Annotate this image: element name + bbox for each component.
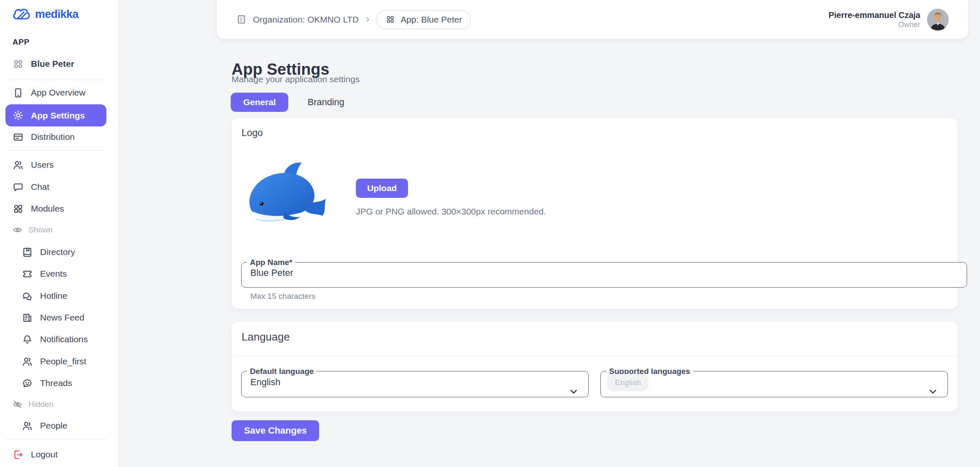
default-language-label: Default language bbox=[247, 367, 317, 375]
chevron-down-icon bbox=[927, 386, 938, 397]
sidebar-item-label: Events bbox=[40, 269, 67, 279]
default-language-select[interactable]: Default language English bbox=[241, 367, 589, 397]
divider bbox=[5, 439, 106, 439]
chevron-right-icon: › bbox=[366, 13, 369, 25]
chevron-down-icon bbox=[568, 386, 579, 397]
tab-bar: General Branding bbox=[231, 93, 344, 112]
app-name-field: App Name* bbox=[241, 258, 967, 288]
users-icon bbox=[13, 159, 24, 171]
grid-circles-icon bbox=[13, 58, 24, 70]
app-logo-image bbox=[243, 158, 330, 230]
breadcrumb-organization[interactable]: Organization: OKMNO LTD bbox=[236, 14, 359, 25]
breadcrumb: Organization: OKMNO LTD › App: Blue Pete… bbox=[236, 10, 471, 29]
sidebar-section-label: Shown bbox=[28, 225, 53, 235]
app-name-input[interactable] bbox=[242, 266, 967, 284]
user-role: Owner bbox=[829, 20, 920, 29]
default-language-value: English bbox=[242, 375, 588, 388]
sidebar-section-hidden: Hidden bbox=[0, 396, 119, 413]
logout-icon bbox=[13, 449, 24, 460]
directory-book-icon bbox=[22, 247, 33, 258]
sidebar-item-app-overview[interactable]: App Overview bbox=[0, 82, 119, 103]
breadcrumb-app-label: App: Blue Peter bbox=[401, 15, 462, 25]
sidebar-item-events[interactable]: Events bbox=[0, 263, 119, 285]
user-name: Pierre-emmanuel Czaja bbox=[829, 10, 920, 20]
sidebar-item-threads[interactable]: Threads bbox=[0, 372, 119, 394]
sidebar-item-label: Hotline bbox=[40, 291, 67, 301]
sidebar-item-label: Modules bbox=[31, 204, 64, 214]
sidebar-item-label: Threads bbox=[40, 378, 72, 388]
app-name-label: App Name* bbox=[247, 258, 295, 266]
user-info: Pierre-emmanuel Czaja Owner bbox=[829, 10, 920, 29]
sidebar-item-label: Users bbox=[31, 160, 54, 170]
logout-button[interactable]: Logout bbox=[0, 444, 119, 465]
avatar[interactable] bbox=[927, 9, 949, 30]
sidebar-item-label: App Settings bbox=[31, 111, 85, 121]
eye-icon bbox=[13, 225, 23, 235]
sidebar-section-app: APP bbox=[13, 38, 30, 47]
sidebar-item-users[interactable]: Users bbox=[0, 154, 119, 176]
sidebar: medikka APP Blue Peter App Overview App … bbox=[0, 0, 119, 467]
modules-grid-icon bbox=[13, 203, 24, 215]
eye-off-icon bbox=[13, 399, 23, 409]
tab-branding[interactable]: Branding bbox=[307, 97, 344, 108]
divider bbox=[5, 150, 106, 151]
sidebar-item-label: People_first bbox=[40, 356, 86, 366]
sidebar-item-label: Distribution bbox=[31, 132, 75, 142]
user-menu: Pierre-emmanuel Czaja Owner bbox=[829, 9, 949, 30]
sidebar-item-people-first[interactable]: People_first bbox=[0, 351, 119, 372]
sidebar-section-shown: Shown bbox=[0, 222, 119, 238]
sidebar-item-modules[interactable]: Modules bbox=[0, 198, 119, 220]
sidebar-item-distribution[interactable]: Distribution bbox=[0, 126, 119, 148]
double-bubble-icon bbox=[22, 290, 33, 302]
sidebar-item-blue-peter[interactable]: Blue Peter bbox=[0, 53, 119, 75]
people-icon bbox=[22, 356, 33, 367]
sidebar-item-people[interactable]: People bbox=[0, 415, 119, 437]
breadcrumb-organization-label: Organization: OKMNO LTD bbox=[253, 15, 359, 25]
gear-icon bbox=[13, 110, 24, 121]
medikka-cloud-icon bbox=[12, 8, 31, 21]
logo-card: Logo Upload JPG or PNG allowed. 300×300p… bbox=[232, 118, 957, 309]
divider bbox=[5, 80, 106, 80]
language-card: Language Default language English Suppor… bbox=[232, 321, 957, 411]
sidebar-item-label: App Overview bbox=[31, 88, 86, 98]
sidebar-item-directory[interactable]: Directory bbox=[0, 241, 119, 263]
brand-logo[interactable]: medikka bbox=[12, 8, 78, 21]
sidebar-item-label: People bbox=[40, 421, 67, 431]
grid-circles-icon bbox=[385, 15, 395, 24]
breadcrumb-app-chip[interactable]: App: Blue Peter bbox=[376, 10, 471, 29]
logout-label: Logout bbox=[31, 449, 58, 459]
upload-button[interactable]: Upload bbox=[356, 179, 408, 198]
supported-languages-select[interactable]: Supported languages English bbox=[600, 367, 948, 397]
chat-bubble-icon bbox=[13, 182, 24, 193]
sidebar-item-chat[interactable]: Chat bbox=[0, 176, 119, 198]
sidebar-item-label: Blue Peter bbox=[31, 59, 74, 69]
tab-general[interactable]: General bbox=[231, 93, 288, 112]
top-header: Organization: OKMNO LTD › App: Blue Pete… bbox=[217, 0, 968, 39]
mobile-device-icon bbox=[13, 87, 24, 98]
newspaper-icon bbox=[22, 312, 33, 323]
app-name-helper: Max 15 characters bbox=[250, 292, 315, 301]
sidebar-item-notifications[interactable]: Notifications bbox=[0, 328, 119, 350]
sidebar-section-label: Hidden bbox=[28, 400, 53, 409]
sidebar-item-app-settings[interactable]: App Settings bbox=[5, 104, 106, 126]
sidebar-item-label: Directory bbox=[40, 247, 75, 257]
language-fields-row: Default language English Supported langu… bbox=[241, 367, 948, 397]
sidebar-item-label: Notifications bbox=[40, 334, 88, 344]
sidebar-item-label: Chat bbox=[31, 182, 49, 192]
sidebar-item-news-feed[interactable]: News Feed bbox=[0, 307, 119, 328]
smiley-bubble-icon bbox=[22, 378, 33, 389]
sidebar-item-hotline[interactable]: Hotline bbox=[0, 285, 119, 307]
upload-hint: JPG or PNG allowed. 300×300px recommende… bbox=[356, 207, 546, 217]
ticket-icon bbox=[22, 268, 33, 280]
save-changes-button[interactable]: Save Changes bbox=[232, 420, 319, 441]
people-icon bbox=[22, 420, 33, 432]
sidebar-item-label: News Feed bbox=[40, 313, 84, 323]
page-subtitle: Manage your application settings bbox=[232, 74, 360, 84]
language-chip-english: English bbox=[607, 374, 649, 391]
divider bbox=[232, 356, 957, 357]
logo-card-heading: Logo bbox=[242, 127, 263, 139]
building-icon bbox=[236, 14, 247, 25]
language-card-heading: Language bbox=[242, 331, 290, 343]
card-lines-icon bbox=[13, 131, 24, 143]
brand-name: medikka bbox=[35, 8, 78, 21]
